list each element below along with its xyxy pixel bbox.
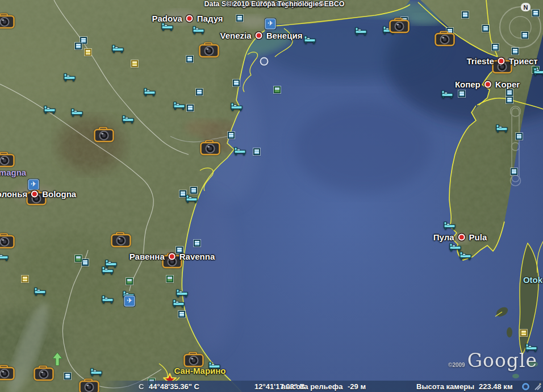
- photo-thumbnail-icon[interactable]: [516, 133, 523, 140]
- hotel-bed-icon[interactable]: [102, 266, 114, 275]
- airport-icon[interactable]: ✈: [265, 19, 276, 30]
- city-name-left: олонья: [0, 189, 27, 199]
- photo-thumbnail-icon[interactable]: [126, 278, 133, 285]
- map-canvas[interactable]: N: [0, 0, 543, 392]
- hotel-bed-icon[interactable]: [304, 36, 316, 44]
- city-dot-icon[interactable]: [484, 81, 491, 87]
- photo-camera-icon[interactable]: [0, 13, 15, 29]
- city-dot-icon[interactable]: [31, 190, 38, 197]
- city-name-left: Padova: [152, 14, 182, 23]
- hotel-bed-icon[interactable]: [64, 73, 76, 82]
- photo-thumbnail-icon[interactable]: [166, 276, 173, 282]
- city-dot-icon[interactable]: [186, 15, 193, 22]
- city-dot-icon[interactable]: [256, 32, 262, 39]
- hotel-bed-icon[interactable]: [0, 253, 9, 261]
- photo-thumbnail-icon[interactable]: [506, 89, 513, 96]
- hotel-bed-icon[interactable]: [176, 289, 189, 298]
- photo-camera-icon[interactable]: [435, 31, 455, 47]
- city-label[interactable]: Равенна Ravenna: [130, 252, 215, 261]
- city-label[interactable]: Пула Pula: [433, 232, 487, 242]
- photo-thumbnail-icon[interactable]: [506, 97, 513, 103]
- city-name-right: Триест: [509, 56, 538, 66]
- city-label[interactable]: Копер Koper: [455, 80, 520, 89]
- photo-thumbnail-icon[interactable]: [253, 148, 260, 155]
- hotel-bed-icon[interactable]: [496, 124, 508, 133]
- airport-icon[interactable]: ✈: [124, 296, 135, 307]
- photo-thumbnail-icon[interactable]: [520, 330, 527, 336]
- photo-thumbnail-icon[interactable]: [75, 43, 82, 49]
- hotel-bed-icon[interactable]: [449, 243, 462, 252]
- hotel-bed-icon[interactable]: [234, 147, 247, 156]
- photo-thumbnail-icon[interactable]: [511, 168, 517, 175]
- photo-thumbnail-icon[interactable]: [512, 48, 519, 55]
- hotel-bed-icon[interactable]: [71, 109, 83, 117]
- photo-thumbnail-icon[interactable]: [492, 44, 499, 51]
- hotel-bed-icon[interactable]: [355, 27, 367, 36]
- hotel-bed-icon[interactable]: [186, 195, 198, 203]
- city-label[interactable]: Trieste Триест: [466, 56, 537, 66]
- photo-thumbnail-icon[interactable]: [196, 89, 203, 95]
- photo-thumbnail-icon[interactable]: [233, 80, 240, 86]
- photo-thumbnail-icon[interactable]: [22, 276, 28, 282]
- photo-thumbnail-icon[interactable]: [131, 60, 138, 67]
- hotel-bed-icon[interactable]: [44, 106, 56, 114]
- photo-thumbnail-icon[interactable]: [178, 311, 185, 318]
- photo-thumbnail-icon[interactable]: [64, 373, 71, 380]
- hotel-bed-icon[interactable]: [460, 252, 472, 260]
- city-name-left: Venezia: [220, 31, 252, 40]
- hotel-bed-icon[interactable]: [533, 68, 543, 76]
- hotel-bed-icon[interactable]: [444, 222, 456, 230]
- city-dot-icon[interactable]: [498, 57, 505, 64]
- photo-camera-icon[interactable]: [0, 152, 15, 168]
- photo-thumbnail-icon[interactable]: [85, 49, 91, 56]
- photo-thumbnail-icon[interactable]: [236, 15, 243, 22]
- hotel-bed-icon[interactable]: [173, 102, 186, 110]
- city-dot-icon[interactable]: [169, 253, 176, 260]
- hotel-bed-icon[interactable]: [34, 287, 47, 296]
- photo-thumbnail-icon[interactable]: [458, 90, 465, 97]
- photo-camera-icon[interactable]: [94, 127, 114, 143]
- city-label[interactable]: олонья Bologna: [0, 189, 76, 199]
- streaming-indicator-icon: [522, 383, 529, 390]
- hotel-bed-icon[interactable]: [102, 295, 114, 304]
- hotel-bed-icon[interactable]: [122, 115, 135, 124]
- hotel-bed-icon[interactable]: [90, 368, 103, 377]
- photo-camera-icon[interactable]: [0, 365, 15, 381]
- photo-thumbnail-icon[interactable]: [75, 255, 82, 262]
- photo-thumbnail-icon[interactable]: [274, 86, 281, 93]
- hotel-bed-icon[interactable]: [173, 299, 185, 308]
- photo-thumbnail-icon[interactable]: [532, 10, 539, 16]
- hotel-bed-icon[interactable]: [231, 103, 243, 111]
- google-earth-viewport[interactable]: N: [0, 0, 543, 392]
- photo-thumbnail-icon[interactable]: [228, 132, 235, 139]
- webcam-ring-icon[interactable]: [260, 57, 269, 66]
- photo-thumbnail-icon[interactable]: [462, 11, 469, 18]
- photo-camera-icon[interactable]: [199, 42, 219, 58]
- photo-thumbnail-icon[interactable]: [482, 25, 489, 32]
- hotel-bed-icon[interactable]: [441, 90, 454, 99]
- google-watermark: ©2009 Google: [448, 349, 537, 372]
- photo-camera-icon[interactable]: [389, 18, 410, 34]
- svg-text:N: N: [524, 4, 528, 11]
- photo-thumbnail-icon[interactable]: [82, 259, 89, 266]
- hotel-bed-icon[interactable]: [161, 23, 174, 31]
- photo-camera-icon[interactable]: [0, 233, 15, 249]
- city-label[interactable]: Padova Падуя: [152, 14, 223, 23]
- hotel-bed-icon[interactable]: [112, 45, 124, 53]
- hotel-bed-icon[interactable]: [193, 26, 205, 35]
- photo-thumbnail-icon[interactable]: [194, 240, 201, 247]
- city-dot-icon[interactable]: [458, 233, 465, 240]
- city-label[interactable]: Venezia Венеция: [220, 31, 303, 40]
- compass-north-icon[interactable]: N: [521, 3, 531, 11]
- city-name-left: Копер: [455, 80, 481, 89]
- green-arrow-icon[interactable]: [53, 353, 62, 366]
- photo-thumbnail-icon[interactable]: [186, 56, 193, 62]
- hotel-bed-icon[interactable]: [144, 88, 156, 97]
- photo-camera-icon[interactable]: [111, 232, 131, 248]
- photo-thumbnail-icon[interactable]: [187, 105, 194, 111]
- photo-thumbnail-icon[interactable]: [521, 32, 528, 39]
- photo-thumbnail-icon[interactable]: [190, 187, 197, 194]
- resize-grip-icon[interactable]: [534, 382, 542, 391]
- photo-camera-icon[interactable]: [34, 365, 54, 381]
- photo-camera-icon[interactable]: [200, 140, 220, 156]
